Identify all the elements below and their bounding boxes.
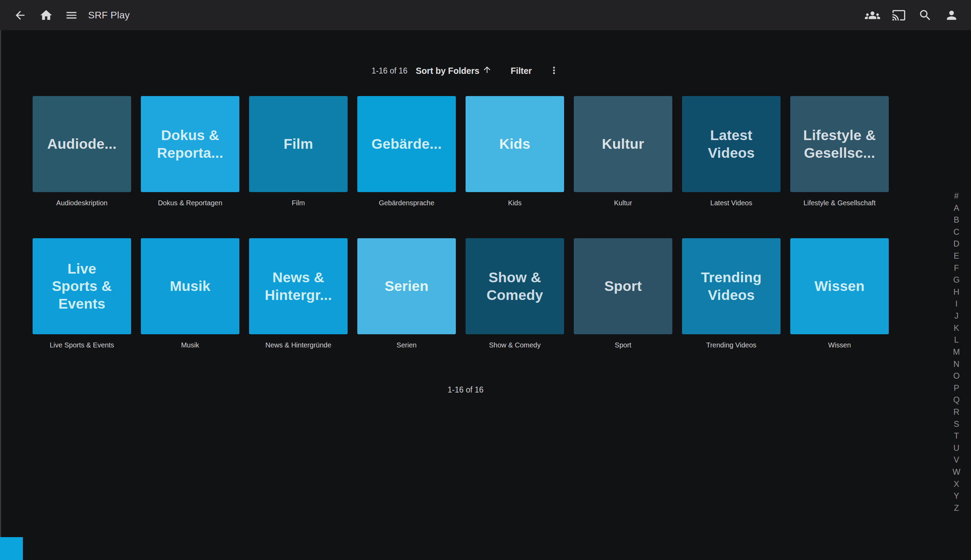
alphabet-scroller: #ABCDEFGHIJKLMNOPQRSTUVWXYZ bbox=[949, 191, 963, 513]
folder-tile-trending-videos[interactable]: Trending Videos bbox=[682, 238, 781, 334]
srf-play-library-screen: SRF Play 1-16 of 16 Sort bbox=[0, 0, 971, 560]
syncplay-button[interactable] bbox=[865, 8, 880, 23]
alpha-letter-v[interactable]: V bbox=[949, 455, 963, 465]
alpha-letter-o[interactable]: O bbox=[949, 371, 963, 381]
folder-tile-label: Live Sports & Events bbox=[52, 260, 112, 312]
home-button[interactable] bbox=[38, 8, 54, 23]
user-icon bbox=[944, 8, 959, 22]
folder-tile-latest-videos[interactable]: Latest Videos bbox=[682, 96, 781, 192]
alpha-letter-t[interactable]: T bbox=[949, 431, 963, 441]
folder-caption: Gebärdensprache bbox=[357, 198, 456, 208]
folder-caption: News & Hintergründe bbox=[249, 340, 348, 350]
more-options-button[interactable] bbox=[549, 65, 560, 77]
library-content: 1-16 of 16 Sort by Folders Filter Audiod… bbox=[0, 30, 931, 394]
menu-button[interactable] bbox=[64, 8, 79, 23]
alpha-letter-r[interactable]: R bbox=[949, 407, 963, 417]
folder-caption: Live Sports & Events bbox=[33, 340, 131, 350]
folder-tile-label: Sport bbox=[604, 277, 642, 295]
folder-caption: Sport bbox=[574, 340, 672, 350]
folder-tile-label: Wissen bbox=[814, 277, 864, 295]
folder-cell: Film Film bbox=[249, 96, 348, 208]
folder-tile-news-hintergruende[interactable]: News & Hintergr... bbox=[249, 238, 348, 334]
left-edge-scroll-track bbox=[0, 30, 1, 560]
alpha-letter-d[interactable]: D bbox=[949, 238, 963, 249]
folder-tile-label: Show & Comedy bbox=[487, 269, 543, 303]
alpha-letter-h[interactable]: H bbox=[949, 287, 963, 297]
folder-cell: Kids Kids bbox=[465, 96, 564, 208]
alpha-letter-l[interactable]: L bbox=[949, 335, 963, 345]
alpha-letter-j[interactable]: J bbox=[949, 311, 963, 321]
folder-tile-label: Audiode... bbox=[47, 135, 117, 153]
folder-grid-row-1: Audiode... Audiodeskription Dokus & Repo… bbox=[0, 96, 931, 208]
home-icon bbox=[39, 8, 53, 22]
back-button[interactable] bbox=[12, 8, 28, 23]
folder-caption: Wissen bbox=[790, 340, 889, 350]
alpha-letter-m[interactable]: M bbox=[949, 347, 963, 357]
folder-tile-show-comedy[interactable]: Show & Comedy bbox=[465, 238, 564, 334]
alpha-letter-u[interactable]: U bbox=[949, 443, 963, 453]
kebab-menu-icon bbox=[549, 65, 560, 77]
folder-caption: Lifestyle & Gesellschaft bbox=[790, 198, 889, 208]
cast-icon bbox=[892, 8, 906, 22]
folder-caption: Kids bbox=[465, 198, 564, 208]
filter-button[interactable]: Filter bbox=[511, 66, 532, 76]
app-bar: SRF Play bbox=[0, 0, 971, 30]
folder-tile-label: Film bbox=[284, 135, 313, 153]
folder-tile-wissen[interactable]: Wissen bbox=[790, 238, 889, 334]
alpha-letter-f[interactable]: F bbox=[949, 263, 963, 273]
folder-tile-label: Serien bbox=[385, 277, 429, 295]
folder-tile-audiodeskription[interactable]: Audiode... bbox=[33, 96, 131, 192]
alpha-letter-y[interactable]: Y bbox=[949, 491, 963, 501]
folder-tile-serien[interactable]: Serien bbox=[357, 238, 456, 334]
alpha-letter-i[interactable]: I bbox=[949, 298, 963, 309]
folder-caption: Kultur bbox=[574, 198, 672, 208]
search-button[interactable] bbox=[918, 8, 933, 23]
folder-caption: Show & Comedy bbox=[465, 340, 564, 350]
search-icon bbox=[918, 8, 932, 22]
folder-cell: Kultur Kultur bbox=[574, 96, 672, 208]
folder-tile-label: Dokus & Reporta... bbox=[157, 127, 223, 161]
folder-cell: Lifestyle & Gesellsc... Lifestyle & Gese… bbox=[790, 96, 889, 208]
alpha-letter-k[interactable]: K bbox=[949, 323, 963, 333]
folder-caption: Latest Videos bbox=[682, 198, 781, 208]
folder-cell: Trending Videos Trending Videos bbox=[682, 238, 781, 350]
folder-tile-live-sports-events[interactable]: Live Sports & Events bbox=[33, 238, 131, 334]
folder-cell: Audiode... Audiodeskription bbox=[33, 96, 131, 208]
item-count-bottom: 1-16 of 16 bbox=[0, 385, 931, 394]
folder-tile-label: Kids bbox=[499, 135, 531, 153]
alpha-letter-x[interactable]: X bbox=[949, 479, 963, 489]
alpha-letter-s[interactable]: S bbox=[949, 419, 963, 429]
folder-tile-kultur[interactable]: Kultur bbox=[574, 96, 672, 192]
alpha-letter-e[interactable]: E bbox=[949, 251, 963, 261]
folder-cell: Gebärde... Gebärdensprache bbox=[357, 96, 456, 208]
folder-tile-sport[interactable]: Sport bbox=[574, 238, 672, 334]
alpha-letter-p[interactable]: P bbox=[949, 383, 963, 393]
cast-button[interactable] bbox=[891, 8, 906, 23]
alpha-letter-n[interactable]: N bbox=[949, 359, 963, 369]
folder-tile-label: Latest Videos bbox=[708, 127, 755, 161]
alpha-letter-c[interactable]: C bbox=[949, 227, 963, 237]
folder-grid-row-2: Live Sports & Events Live Sports & Event… bbox=[0, 238, 931, 350]
page-title: SRF Play bbox=[88, 10, 130, 21]
user-button[interactable] bbox=[944, 8, 959, 23]
item-count-top: 1-16 of 16 bbox=[372, 66, 408, 76]
sort-button[interactable]: Sort by Folders bbox=[416, 65, 492, 77]
folder-tile-film[interactable]: Film bbox=[249, 96, 348, 192]
alpha-letter-q[interactable]: Q bbox=[949, 395, 963, 405]
alpha-letter-w[interactable]: W bbox=[949, 467, 963, 477]
folder-tile-kids[interactable]: Kids bbox=[465, 96, 564, 192]
folder-cell: Sport Sport bbox=[574, 238, 672, 350]
library-controls: 1-16 of 16 Sort by Folders Filter bbox=[0, 65, 931, 77]
alpha-letter-z[interactable]: Z bbox=[949, 503, 963, 513]
folder-tile-label: Trending Videos bbox=[701, 269, 762, 303]
hamburger-menu-icon bbox=[65, 9, 78, 22]
folder-tile-musik[interactable]: Musik bbox=[141, 238, 239, 334]
alpha-letter-a[interactable]: A bbox=[949, 203, 963, 213]
folder-cell: Show & Comedy Show & Comedy bbox=[465, 238, 564, 350]
alpha-letter-b[interactable]: B bbox=[949, 215, 963, 225]
folder-tile-lifestyle-gesellschaft[interactable]: Lifestyle & Gesellsc... bbox=[790, 96, 889, 192]
folder-tile-gebaerdensprache[interactable]: Gebärde... bbox=[357, 96, 456, 192]
alpha-letter-g[interactable]: G bbox=[949, 275, 963, 285]
folder-tile-dokus-reportagen[interactable]: Dokus & Reporta... bbox=[141, 96, 239, 192]
alpha-letter-hash[interactable]: # bbox=[949, 191, 963, 201]
